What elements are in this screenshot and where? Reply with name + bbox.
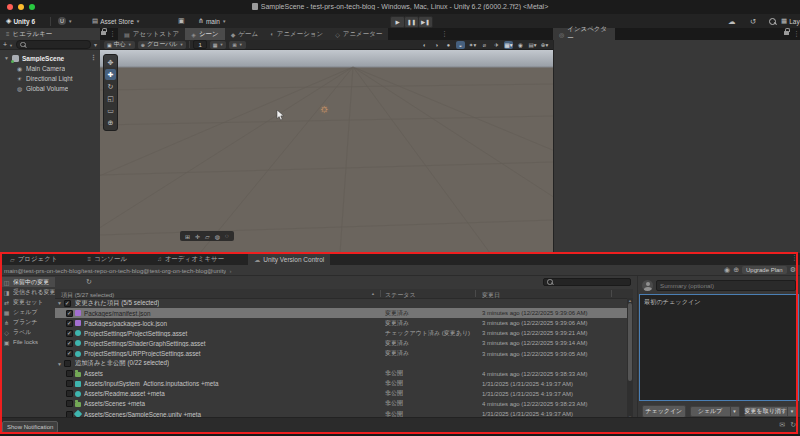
scrollbar-thumb[interactable] xyxy=(628,303,632,381)
tab-アニメーション[interactable]: ◐アニメーション xyxy=(264,28,329,40)
draw-mode-icon[interactable]: ◐ xyxy=(420,41,429,49)
column-divider[interactable] xyxy=(611,290,612,297)
component-menu-icon[interactable]: ▤▾ xyxy=(528,41,537,49)
globe-overlay-icon[interactable]: ◍ xyxy=(215,233,220,240)
upgrade-plan-button[interactable]: Upgrade Plan xyxy=(742,266,787,274)
globe-icon[interactable]: ⊕ xyxy=(733,266,739,274)
lock-icon[interactable] xyxy=(784,30,789,35)
add-object-button[interactable]: + ▼ xyxy=(3,41,13,48)
play-button[interactable]: ▶ xyxy=(390,16,405,28)
grid-overlay-icon[interactable]: ⊞ xyxy=(185,233,190,240)
hierarchy-item[interactable]: ☀Directional Light xyxy=(0,73,100,83)
table-row[interactable]: Assets非公開4 minutes ago (12/22/2025 9:38:… xyxy=(55,369,633,379)
table-row[interactable]: ProjectSettings/URPProjectSettings.asset… xyxy=(55,348,633,358)
sidebar-item-シェルブ[interactable]: ▦シェルブ xyxy=(0,307,55,317)
column-divider[interactable] xyxy=(475,290,476,297)
search-icon[interactable] xyxy=(769,18,776,25)
cloud-icon[interactable]: ☁ xyxy=(728,17,736,26)
2d-mode-icon[interactable]: ◑ xyxy=(432,41,441,49)
grid-snap-size-field[interactable]: 1 xyxy=(193,40,206,49)
sidebar-item-ブランチ[interactable]: ⋔ブランチ xyxy=(0,317,55,327)
layout-menu[interactable]: ▦ Layout ▼ xyxy=(781,16,800,26)
table-row[interactable]: ProjectSettings/ShaderGraphSettings.asse… xyxy=(55,338,633,348)
chevron-down-icon[interactable]: ▼ xyxy=(788,406,797,417)
list-scrollbar[interactable]: ▲ ▼ xyxy=(627,298,633,420)
checkin-summary-input[interactable] xyxy=(656,280,796,291)
foldout-caret-icon[interactable]: ▼ xyxy=(4,55,9,61)
group-checkbox[interactable] xyxy=(64,360,71,367)
checkin-comment-textarea[interactable]: 最初のチェックイン xyxy=(639,294,799,401)
group-checkbox[interactable] xyxy=(64,300,71,307)
refresh-icon[interactable]: ↻ xyxy=(86,278,92,286)
branch-menu[interactable]: ⋔ main ▼ xyxy=(198,16,226,26)
foldout-caret-icon[interactable]: ▼ xyxy=(57,361,62,367)
tab-hierarchy[interactable]: ≡ ヒエラルキー xyxy=(0,28,100,40)
hierarchy-scene-root[interactable]: ▼ SampleScene ⋮ xyxy=(0,53,100,63)
step-button[interactable]: ▶❚ xyxy=(418,16,433,28)
tool-handle-position-button[interactable]: ▣ 中心 ▼ xyxy=(104,41,135,49)
hidden-objects-icon[interactable]: ⌀ xyxy=(480,41,489,49)
flag-overlay-icon[interactable]: ▱ xyxy=(205,233,210,240)
row-checkbox[interactable] xyxy=(66,390,73,397)
table-row[interactable]: Packages/packages-lock.json変更済み3 minutes… xyxy=(55,318,633,328)
list-search-input[interactable] xyxy=(543,278,631,286)
snap-overlay-icon[interactable]: ✛ xyxy=(195,233,200,240)
hierarchy-item[interactable]: ◉Main Camera xyxy=(0,63,100,73)
eye-icon[interactable]: ◉ xyxy=(724,266,730,274)
effects-menu-icon[interactable]: ✦▾ xyxy=(468,41,477,49)
column-divider[interactable] xyxy=(380,290,381,297)
table-row[interactable]: Assets/Readme.asset +meta非公開1/31/2025 (1… xyxy=(55,389,633,399)
snap-toggle-button[interactable]: ▦▼ xyxy=(210,41,227,49)
tab-アセットストア[interactable]: ▤アセットストア xyxy=(118,28,185,40)
show-notification-button[interactable]: Show Notification xyxy=(2,421,58,433)
lock-icon[interactable] xyxy=(101,30,106,35)
audio-toggle-icon[interactable]: ◒ xyxy=(456,41,465,49)
sidebar-item-ラベル[interactable]: ◇ラベル xyxy=(0,327,55,337)
history-icon[interactable]: ↺ xyxy=(750,17,756,26)
変更を取り消す-button[interactable]: 変更を取り消す xyxy=(744,406,788,417)
scale-tool[interactable]: ◱ xyxy=(105,93,116,104)
シェルブ-button[interactable]: シェルブ xyxy=(690,406,731,417)
row-checkbox[interactable] xyxy=(66,370,73,377)
tool-handle-rotation-button[interactable]: ⊕ グローバル ▼ xyxy=(138,41,187,49)
scene-view[interactable]: ▣ 中心 ▼ ⊕ グローバル ▼ 1 ▦▼ ⊞▼ ◐ ◑ ● ◒ ✦▾ ⌀ ✈ … xyxy=(100,40,553,253)
lighting-toggle-icon[interactable]: ● xyxy=(444,41,453,49)
row-checkbox[interactable] xyxy=(66,350,73,357)
table-row[interactable]: Packages/manifest.json変更済み3 minutes ago … xyxy=(55,308,633,318)
row-checkbox[interactable] xyxy=(66,310,73,317)
row-checkbox[interactable] xyxy=(66,330,73,337)
workspace-breadcrumb[interactable]: main@test-prs-on-tech-blog/test-repo-on-… xyxy=(4,267,226,274)
overlays-menu-icon[interactable]: ▦▾ xyxy=(504,41,513,49)
grid-visibility-button[interactable]: ⊞▼ xyxy=(229,41,245,49)
hierarchy-item[interactable]: ◍Global Volume xyxy=(0,83,100,93)
rotate-tool[interactable]: ↻ xyxy=(105,81,116,92)
group-header-row[interactable]: ▼追加済みと非公開 (0/22 selected) xyxy=(55,359,633,369)
build-profiles-button[interactable]: ▣ xyxy=(178,16,185,26)
gizmos-menu-icon[interactable]: ⊕▾ xyxy=(540,41,549,49)
activity-icon[interactable]: ↻ xyxy=(790,421,796,429)
directional-light-gizmo-icon[interactable]: ☼ xyxy=(319,102,329,114)
pause-button[interactable]: ❚❚ xyxy=(404,16,419,28)
row-checkbox[interactable] xyxy=(66,380,73,387)
tab-アニメーター[interactable]: ◇アニメーター xyxy=(329,28,388,40)
row-checkbox[interactable] xyxy=(66,340,73,347)
table-row[interactable]: Assets/InputSystem_Actions.inputactions … xyxy=(55,379,633,389)
message-icon[interactable]: ✉ xyxy=(779,421,785,429)
sidebar-item-変更セット[interactable]: ⇄変更セット xyxy=(0,297,55,307)
row-checkbox[interactable] xyxy=(66,320,73,327)
account-menu[interactable]: U ▼ xyxy=(58,16,72,26)
dock-menu-icon[interactable]: ⋮ xyxy=(109,30,116,38)
rect-tool[interactable]: ▭ xyxy=(105,105,116,116)
row-checkbox[interactable] xyxy=(66,400,73,407)
tab-Unity Version Control[interactable]: ☁Unity Version Control xyxy=(248,253,330,265)
view-hand-tool[interactable]: ✥ xyxy=(105,57,116,68)
tab-シーン[interactable]: ◈シーン xyxy=(185,28,224,40)
tab-inspector[interactable]: ◎ インスペクター xyxy=(553,28,615,40)
tab-ゲーム[interactable]: ◆ゲーム xyxy=(225,28,264,40)
asset-store-menu[interactable]: ▤ Asset Store ▼ xyxy=(92,16,140,26)
dock-menu-icon[interactable]: ⋮ xyxy=(793,30,800,38)
tab-オーディオミキサー[interactable]: ♫オーディオミキサー xyxy=(151,253,230,265)
hierarchy-search-input[interactable] xyxy=(16,40,91,49)
camera-menu-icon[interactable]: ✈ xyxy=(492,41,501,49)
table-row[interactable]: Assets/Scenes +meta非公開4 minutes ago (12/… xyxy=(55,399,633,409)
